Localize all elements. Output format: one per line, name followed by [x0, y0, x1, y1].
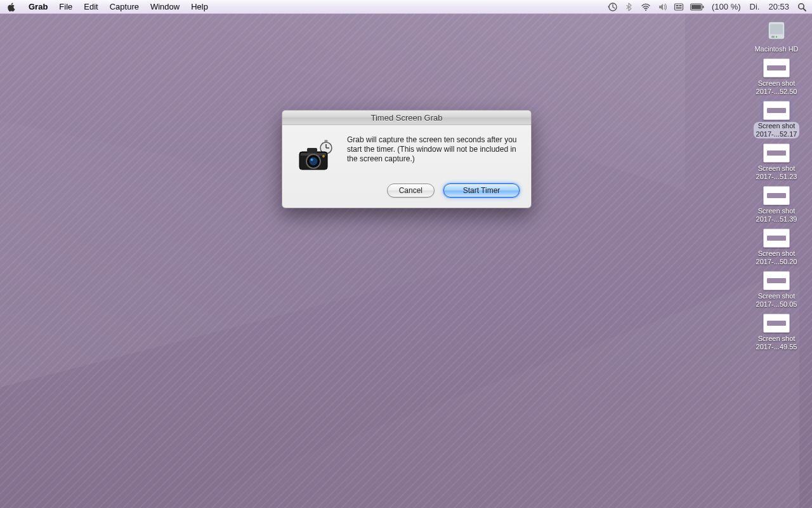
spotlight-icon[interactable]	[797, 2, 807, 12]
document-thumb-icon	[763, 229, 790, 248]
document-thumb-icon	[763, 271, 790, 290]
svg-rect-20	[307, 148, 317, 153]
svg-rect-2	[675, 4, 683, 10]
desktop-icons: Macintosh HDScreen shot 2017-...52.50Scr…	[747, 18, 806, 351]
svg-point-23	[310, 157, 318, 166]
wifi-icon[interactable]	[641, 2, 651, 12]
volume-icon[interactable]	[657, 2, 667, 12]
start-timer-button[interactable]: Start Timer	[443, 184, 520, 197]
cancel-button[interactable]: Cancel	[387, 184, 435, 197]
desktop-icon-label: Screen shot 2017-...51.39	[756, 207, 797, 224]
svg-rect-7	[691, 4, 701, 9]
harddrive-icon	[764, 18, 789, 43]
svg-point-13	[776, 36, 778, 38]
apple-icon	[6, 2, 16, 12]
desktop-icon-label: Screen shot 2017-...50.20	[756, 250, 797, 266]
desktop-icon-macintosh-hd[interactable]: Macintosh HD	[747, 18, 806, 53]
desktop[interactable]: Grab File Edit Capture Window Help	[0, 0, 812, 508]
desktop-icon-screenshot[interactable]: Screen shot 2017-...52.50	[747, 58, 806, 96]
desktop-icon-label: Screen shot 2017-...49.55	[756, 335, 797, 351]
bluetooth-icon[interactable]	[624, 2, 634, 12]
document-thumb-icon	[763, 101, 790, 120]
desktop-icon-screenshot[interactable]: Screen shot 2017-...49.55	[747, 314, 806, 351]
menu-help[interactable]: Help	[185, 0, 214, 14]
svg-rect-8	[703, 6, 704, 8]
menu-app-name[interactable]: Grab	[23, 0, 53, 14]
menu-capture[interactable]: Capture	[104, 0, 145, 14]
document-thumb-icon	[763, 144, 790, 163]
document-thumb-icon	[763, 58, 790, 77]
desktop-icon-label: Macintosh HD	[754, 45, 798, 53]
svg-line-10	[803, 8, 806, 11]
svg-point-1	[645, 10, 646, 11]
desktop-icon-screenshot[interactable]: Screen shot 2017-...51.39	[747, 186, 806, 224]
svg-point-24	[311, 159, 313, 161]
battery-icon[interactable]	[690, 3, 704, 11]
menu-window[interactable]: Window	[145, 0, 185, 14]
timemachine-icon[interactable]	[608, 2, 618, 12]
desktop-icon-screenshot[interactable]: Screen shot 2017-...52.17	[747, 101, 806, 138]
dialog-message: Grab will capture the screen ten seconds…	[347, 135, 520, 175]
svg-rect-14	[771, 36, 775, 38]
desktop-icon-label: Screen shot 2017-...52.50	[756, 79, 797, 96]
dialog-title: Timed Screen Grab	[282, 110, 531, 125]
clock-day[interactable]: Di.	[749, 2, 761, 11]
svg-rect-4	[679, 5, 682, 6]
svg-rect-12	[770, 24, 783, 34]
document-thumb-icon	[763, 314, 790, 333]
svg-point-25	[322, 155, 325, 157]
svg-rect-5	[676, 7, 682, 8]
desktop-icon-label: Screen shot 2017-...52.17	[754, 122, 800, 138]
desktop-icon-screenshot[interactable]: Screen shot 2017-...50.20	[747, 229, 806, 266]
timed-grab-dialog: Timed Screen Grab	[282, 110, 532, 208]
desktop-icon-label: Screen shot 2017-...50.05	[756, 292, 797, 309]
document-thumb-icon	[763, 186, 790, 205]
camera-timer-icon	[294, 135, 338, 175]
menu-file[interactable]: File	[53, 0, 78, 14]
desktop-icon-label: Screen shot 2017-...51.23	[756, 164, 797, 181]
menu-edit[interactable]: Edit	[78, 0, 103, 14]
desktop-icon-screenshot[interactable]: Screen shot 2017-...50.05	[747, 271, 806, 309]
clock-time[interactable]: 20:53	[767, 2, 790, 11]
apple-menu[interactable]	[5, 0, 23, 14]
desktop-icon-screenshot[interactable]: Screen shot 2017-...51.23	[747, 144, 806, 181]
svg-rect-16	[325, 140, 328, 142]
menu-bar: Grab File Edit Capture Window Help	[0, 0, 812, 14]
battery-percent: (100 %)	[710, 2, 742, 11]
svg-rect-3	[676, 5, 679, 6]
textinput-icon[interactable]	[674, 2, 684, 12]
